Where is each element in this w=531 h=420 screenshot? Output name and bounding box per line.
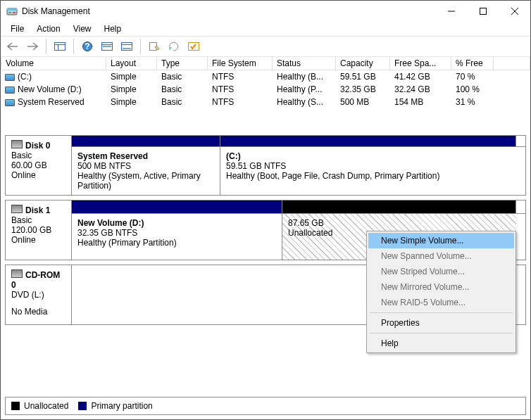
disk-bar bbox=[72, 136, 525, 146]
menu-file[interactable]: File bbox=[5, 23, 30, 35]
volume-name: System Reserved bbox=[18, 97, 85, 107]
back-button[interactable] bbox=[5, 39, 20, 54]
disk-state: Online bbox=[11, 170, 65, 180]
volume-row[interactable]: (C:)SimpleBasicNTFSHealthy (B...59.51 GB… bbox=[1, 70, 530, 83]
menu-action[interactable]: Action bbox=[31, 23, 65, 35]
svg-rect-5 bbox=[480, 8, 486, 15]
col-free[interactable]: Free Spa... bbox=[390, 57, 451, 70]
partition[interactable]: New Volume (D:)32.35 GB NTFSHealthy (Pri… bbox=[72, 214, 282, 260]
titlebar: Disk Management bbox=[1, 1, 530, 22]
menu-new-striped-volume: New Striped Volume... bbox=[368, 264, 514, 279]
window-title: Disk Management bbox=[22, 6, 435, 16]
bar-segment bbox=[72, 136, 220, 146]
volume-layout: Simple bbox=[106, 70, 157, 83]
toolbar: ? bbox=[1, 36, 530, 57]
menu-new-mirrored-volume: New Mirrored Volume... bbox=[368, 279, 514, 295]
disk-icon bbox=[11, 269, 23, 278]
menu-new-raid5-volume: New RAID-5 Volume... bbox=[368, 295, 514, 310]
volume-type: Basic bbox=[157, 70, 208, 83]
volume-status: Healthy (S... bbox=[273, 96, 336, 108]
partition-size: 87.65 GB bbox=[288, 218, 511, 228]
volume-row[interactable]: New Volume (D:)SimpleBasicNTFSHealthy (P… bbox=[1, 83, 530, 96]
svg-rect-18 bbox=[123, 48, 131, 49]
svg-text:?: ? bbox=[85, 42, 89, 51]
volume-free: 32.24 GB bbox=[390, 83, 451, 96]
disk-icon bbox=[5, 74, 15, 81]
bar-segment bbox=[282, 201, 516, 213]
svg-rect-3 bbox=[13, 12, 15, 13]
partition-title: (C:) bbox=[226, 151, 511, 161]
legend-unallocated: Unallocated bbox=[24, 401, 68, 411]
volume-name: (C:) bbox=[18, 72, 32, 82]
volume-fs: NTFS bbox=[208, 70, 273, 83]
partition-size: 500 MB NTFS bbox=[77, 161, 214, 171]
col-spacer bbox=[494, 57, 530, 70]
disk-state: No Media bbox=[11, 307, 65, 317]
bar-segment bbox=[72, 201, 282, 213]
toolbar-separator bbox=[73, 39, 74, 54]
volume-layout: Simple bbox=[106, 96, 157, 108]
menu-help[interactable]: Help bbox=[368, 336, 514, 351]
volume-capacity: 500 MB bbox=[336, 96, 390, 108]
maximize-button[interactable] bbox=[467, 1, 499, 22]
menu-view[interactable]: View bbox=[68, 23, 97, 35]
show-hide-tree-button[interactable] bbox=[52, 39, 68, 54]
context-menu: New Simple Volume... New Spanned Volume.… bbox=[366, 231, 516, 353]
splitter[interactable] bbox=[1, 108, 530, 135]
menu-new-simple-volume[interactable]: New Simple Volume... bbox=[368, 233, 514, 248]
col-type[interactable]: Type bbox=[157, 57, 208, 70]
refresh-button[interactable] bbox=[166, 39, 182, 54]
volume-status: Healthy (B... bbox=[273, 70, 336, 83]
swatch-primary bbox=[78, 402, 87, 410]
select-columns-button[interactable] bbox=[186, 39, 201, 54]
help-button[interactable]: ? bbox=[80, 39, 95, 54]
menu-separator bbox=[370, 333, 513, 333]
col-volume[interactable]: Volume bbox=[1, 57, 106, 70]
menu-new-spanned-volume: New Spanned Volume... bbox=[368, 248, 514, 264]
disk-info[interactable]: Disk 0Basic60.00 GBOnline bbox=[6, 136, 72, 195]
partition-title: New Volume (D:) bbox=[77, 218, 276, 228]
svg-rect-8 bbox=[55, 43, 65, 51]
layout-bottom-button[interactable] bbox=[119, 39, 135, 54]
disk-icon bbox=[5, 87, 15, 94]
col-fs[interactable]: File System bbox=[208, 57, 273, 70]
volume-fs: NTFS bbox=[208, 83, 273, 96]
swatch-unallocated bbox=[11, 402, 20, 410]
col-layout[interactable]: Layout bbox=[106, 57, 157, 70]
minimize-button[interactable] bbox=[435, 1, 467, 22]
close-button[interactable] bbox=[499, 1, 530, 22]
disk-partitions: System Reserved500 MB NTFSHealthy (Syste… bbox=[72, 146, 525, 195]
layout-top-button[interactable] bbox=[99, 39, 115, 54]
menu-separator bbox=[370, 312, 513, 313]
col-status[interactable]: Status bbox=[273, 57, 336, 70]
volume-status: Healthy (P... bbox=[273, 83, 336, 96]
disk-icon bbox=[11, 205, 23, 213]
disk-info[interactable]: CD-ROM 0DVD (L:)No Media bbox=[6, 265, 72, 324]
volume-row[interactable]: System ReservedSimpleBasicNTFSHealthy (S… bbox=[1, 96, 530, 108]
svg-rect-15 bbox=[103, 46, 111, 47]
disk-info[interactable]: Disk 1Basic120.00 GBOnline bbox=[6, 201, 72, 260]
menu-properties[interactable]: Properties bbox=[368, 315, 514, 331]
disk-bar bbox=[72, 201, 525, 213]
volume-capacity: 59.51 GB bbox=[336, 70, 390, 83]
volume-pct: 70 % bbox=[451, 70, 494, 83]
volume-free: 154 MB bbox=[390, 96, 451, 108]
volume-pct: 31 % bbox=[451, 96, 494, 108]
volume-layout: Simple bbox=[106, 83, 157, 96]
app-icon bbox=[6, 6, 18, 17]
bar-segment bbox=[220, 136, 516, 146]
disk-body: System Reserved500 MB NTFSHealthy (Syste… bbox=[72, 136, 525, 195]
partition-status: Healthy (System, Active, Primary Partiti… bbox=[77, 171, 214, 191]
col-capacity[interactable]: Capacity bbox=[336, 57, 390, 70]
partition[interactable]: (C:)59.51 GB NTFSHealthy (Boot, Page Fil… bbox=[220, 147, 516, 195]
properties-button[interactable] bbox=[146, 39, 162, 54]
menu-help[interactable]: Help bbox=[99, 23, 127, 35]
volume-pct: 100 % bbox=[451, 83, 494, 96]
disk-size: 120.00 GB bbox=[11, 225, 65, 235]
forward-button[interactable] bbox=[25, 39, 40, 54]
partition-size: 59.51 GB NTFS bbox=[226, 161, 511, 171]
menubar: File Action View Help bbox=[1, 22, 530, 36]
partition[interactable]: System Reserved500 MB NTFSHealthy (Syste… bbox=[72, 147, 220, 195]
col-pct[interactable]: % Free bbox=[451, 57, 494, 70]
toolbar-separator bbox=[46, 39, 46, 54]
